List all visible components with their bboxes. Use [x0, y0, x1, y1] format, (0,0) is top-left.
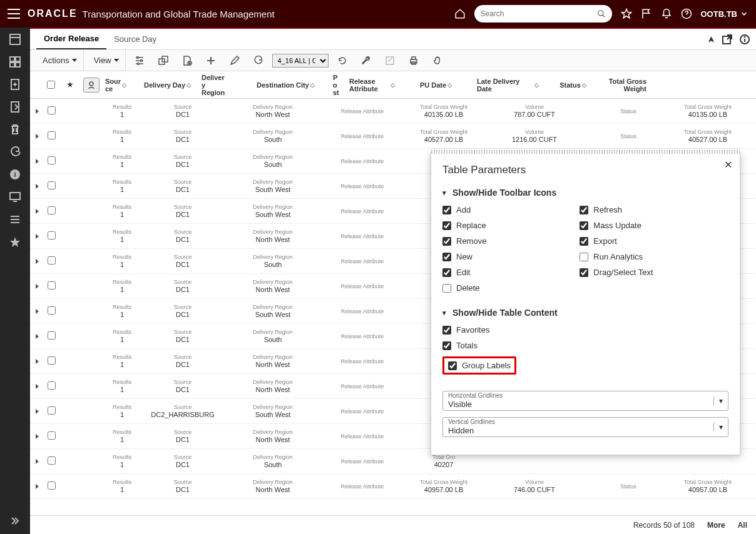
row-checkbox[interactable]	[48, 206, 56, 214]
row-checkbox[interactable]	[48, 406, 56, 415]
tab-order-release[interactable]: Order Release	[36, 29, 106, 49]
popup-drag-handle[interactable]	[431, 150, 740, 154]
checkbox-edit[interactable]: Edit	[442, 268, 580, 277]
rail-star-icon[interactable]	[9, 236, 21, 248]
section-table-content[interactable]: ▾ Show/Hide Table Content	[442, 308, 728, 318]
search-input[interactable]	[481, 9, 597, 18]
rail-monitor-icon[interactable]	[9, 191, 21, 203]
checkbox-input[interactable]	[442, 268, 451, 277]
expand-row-icon[interactable]	[31, 207, 43, 216]
rail-grid-icon[interactable]	[9, 56, 21, 68]
row-checkbox[interactable]	[48, 156, 56, 164]
col-late-delivery[interactable]: Late Delivery Date◇	[474, 71, 542, 98]
rail-trash-icon[interactable]	[9, 124, 21, 135]
search-icon[interactable]	[597, 9, 606, 18]
actions-menu[interactable]: Actions	[36, 50, 84, 71]
close-icon[interactable]: ✕	[724, 159, 732, 171]
col-destination-city[interactable]: Destination City◇	[254, 71, 330, 98]
col-total-gross-weight[interactable]: Total Gross Weight	[605, 71, 650, 98]
row-checkbox[interactable]	[48, 256, 56, 264]
note-icon[interactable]	[380, 56, 400, 66]
view-menu[interactable]: View	[88, 50, 126, 71]
col-status[interactable]: Status ◇	[542, 71, 605, 98]
expand-row-icon[interactable]	[31, 457, 43, 466]
expand-row-icon[interactable]	[31, 357, 43, 366]
table-row[interactable]: Results1 SourceDC1 Delivery RegionSouth …	[30, 124, 756, 149]
table-row[interactable]: Results1 SourceDC1 Delivery RegionNorth …	[30, 474, 756, 499]
expand-row-icon[interactable]	[31, 107, 43, 116]
col-source[interactable]: Sour ce◇	[103, 71, 141, 98]
vertical-gridlines-select[interactable]: Vertical Gridlines Hidden ▾	[442, 417, 728, 437]
select-all-checkbox[interactable]	[47, 81, 55, 89]
bell-icon[interactable]	[661, 8, 672, 19]
add-icon[interactable]	[201, 56, 221, 66]
checkbox-input[interactable]	[442, 341, 451, 350]
checkbox-input[interactable]	[442, 237, 451, 246]
row-checkbox[interactable]	[48, 106, 56, 114]
col-delivery-day[interactable]: Delivery Day◇	[141, 71, 199, 98]
checkbox-new[interactable]: New	[442, 252, 580, 261]
row-checkbox[interactable]	[48, 331, 56, 340]
expand-row-icon[interactable]	[31, 182, 43, 191]
favorite-header-icon[interactable]: ★	[67, 81, 73, 89]
expand-row-icon[interactable]	[31, 332, 43, 341]
expand-row-icon[interactable]	[31, 407, 43, 416]
settings-icon[interactable]	[130, 56, 150, 66]
collapse-double-icon[interactable]: ⮝	[708, 36, 715, 43]
more-button[interactable]: More	[707, 521, 725, 530]
print-icon[interactable]	[404, 56, 424, 66]
flag-icon[interactable]	[641, 8, 652, 19]
favorites-icon[interactable]	[621, 8, 632, 19]
row-checkbox[interactable]	[48, 456, 56, 465]
checkbox-input[interactable]	[442, 284, 451, 293]
rail-refresh-icon[interactable]	[9, 146, 21, 158]
row-checkbox[interactable]	[48, 381, 56, 390]
expand-row-icon[interactable]	[31, 307, 43, 316]
expand-row-icon[interactable]	[31, 157, 43, 166]
checkbox-group-labels[interactable]: Group Labels	[442, 356, 516, 375]
expand-row-icon[interactable]	[31, 257, 43, 266]
menu-toggle-icon[interactable]	[8, 9, 20, 19]
edit-icon[interactable]	[225, 56, 245, 66]
row-checkbox[interactable]	[48, 306, 56, 315]
checkbox-refresh[interactable]: Refresh	[580, 205, 717, 214]
row-checkbox[interactable]	[48, 481, 56, 490]
checkbox-drag-select-text[interactable]: Drag/Select Text	[580, 268, 717, 277]
row-checkbox[interactable]	[48, 356, 56, 365]
rail-list-icon[interactable]	[9, 214, 21, 225]
wrench-icon[interactable]	[356, 56, 376, 66]
rail-export-icon[interactable]	[9, 101, 21, 113]
hand-icon[interactable]	[427, 56, 447, 66]
rail-doc-add-icon[interactable]	[9, 79, 21, 90]
col-post[interactable]: P o st	[330, 71, 347, 98]
checkbox-input[interactable]	[442, 221, 451, 230]
all-button[interactable]: All	[738, 521, 747, 530]
checkbox-input[interactable]	[580, 253, 588, 261]
rail-expand-icon[interactable]	[9, 515, 21, 526]
checkbox-input[interactable]	[580, 206, 588, 214]
checkbox-remove[interactable]: Remove	[442, 236, 580, 246]
checkbox-run-analytics[interactable]: Run Analytics	[580, 252, 717, 261]
rail-info-icon[interactable]: i	[9, 169, 21, 180]
checkbox-favorites[interactable]: Favorites	[442, 325, 728, 335]
rail-panel-icon[interactable]	[9, 34, 21, 45]
new-doc-icon[interactable]	[177, 56, 197, 66]
col-pu-date[interactable]: PU Date ◇	[398, 71, 474, 98]
global-search[interactable]	[474, 5, 612, 23]
tab-source-day[interactable]: Source Day	[106, 29, 164, 49]
expand-row-icon[interactable]	[31, 132, 43, 141]
info-icon[interactable]	[740, 34, 750, 44]
row-checkbox[interactable]	[48, 231, 56, 239]
help-icon[interactable]	[681, 8, 692, 19]
expand-row-icon[interactable]	[31, 432, 43, 441]
refresh-icon[interactable]	[248, 56, 268, 66]
row-checkbox[interactable]	[48, 431, 56, 440]
horizontal-gridlines-select[interactable]: Horizontal Gridlines Visible ▾	[442, 391, 728, 411]
section-toolbar-icons[interactable]: ▾ Show/Hide Toolbar Icons	[442, 188, 728, 198]
table-row[interactable]: Results1 SourceDC1 Delivery RegionNorth …	[30, 99, 756, 124]
reload-icon[interactable]	[332, 56, 352, 66]
checkbox-input[interactable]	[442, 206, 451, 214]
checkbox-delete[interactable]: Delete	[442, 283, 580, 293]
row-checkbox[interactable]	[48, 131, 56, 139]
checkbox-input[interactable]	[580, 237, 588, 246]
